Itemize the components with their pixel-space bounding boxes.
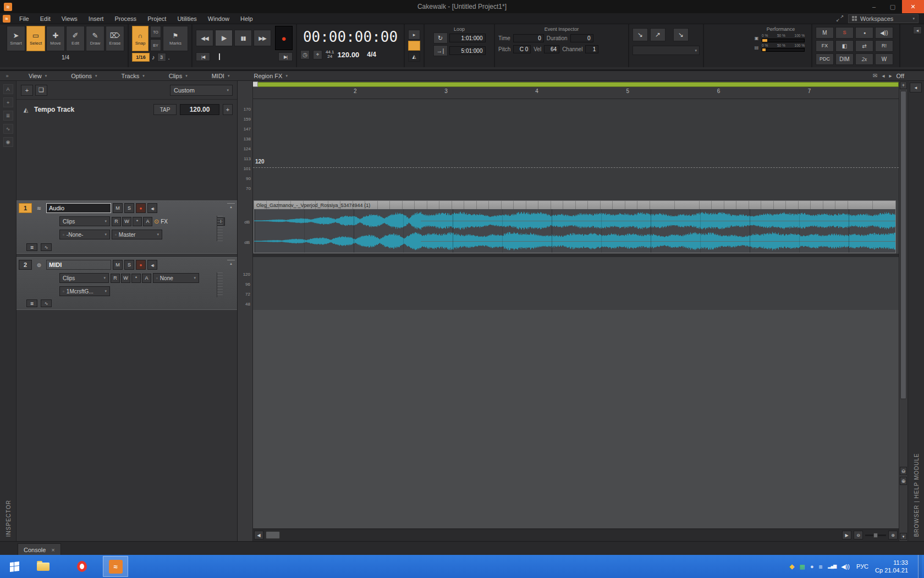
track-layers-button[interactable]: ≣ bbox=[26, 299, 37, 307]
show-desktop-button[interactable] bbox=[918, 555, 922, 578]
mix-button[interactable]: ● bbox=[855, 27, 873, 39]
snap-by-button[interactable]: BY bbox=[150, 39, 161, 51]
tap-tempo-button[interactable]: TAP bbox=[153, 104, 177, 115]
loop-toggle-icon[interactable]: ↻ bbox=[433, 32, 448, 43]
clips-pane[interactable]: 234567 120 Oleg_Gazmanov_-_Vperjod_Rossi… bbox=[253, 81, 899, 541]
go-to-start-button[interactable]: |◀ bbox=[196, 52, 210, 61]
menu-item[interactable]: Project bbox=[142, 13, 172, 24]
horizontal-scroll-thumb[interactable] bbox=[266, 531, 280, 539]
add-track-button[interactable]: + bbox=[21, 85, 33, 96]
event-vel-value[interactable]: 64 bbox=[544, 45, 559, 53]
view-menu-item[interactable]: Region FX ▾ bbox=[254, 73, 288, 79]
nudge-right-icon[interactable]: ▸ bbox=[889, 73, 892, 79]
toolbar-collapse-button[interactable]: ◂ bbox=[913, 26, 922, 34]
inspector-strip-icon[interactable]: ◉ bbox=[3, 137, 13, 147]
volume-fader[interactable] bbox=[217, 272, 223, 297]
off-toggle[interactable]: Off bbox=[897, 73, 904, 79]
fx-power-icon[interactable]: ⊙ bbox=[154, 218, 159, 225]
inspector-strip-icon[interactable]: ∿ bbox=[3, 124, 13, 134]
pause-button[interactable]: ▮▮ bbox=[234, 30, 252, 46]
tool-button[interactable]: ⌦ Erase bbox=[106, 26, 124, 51]
track-control-preset-dropdown[interactable]: Custom ▾ bbox=[170, 85, 233, 96]
taskbar-opera[interactable] bbox=[69, 556, 95, 577]
mix-button[interactable]: PDC bbox=[816, 53, 834, 65]
event-channel-value[interactable]: 1 bbox=[585, 45, 598, 53]
automation-button[interactable]: W bbox=[121, 274, 130, 283]
scroll-left-button[interactable]: ◀ bbox=[254, 531, 263, 539]
menu-item[interactable]: Insert bbox=[83, 13, 109, 24]
track-strip-midi[interactable]: 2 ⊚ MIDI M S ● ◀)) ▴ Clips ▾ RW*A bbox=[16, 257, 237, 310]
automation-button[interactable]: W bbox=[122, 217, 131, 226]
close-icon[interactable]: × bbox=[51, 547, 54, 553]
position-marker[interactable] bbox=[219, 53, 220, 60]
taskbar-cakewalk[interactable]: ≈ bbox=[103, 556, 128, 577]
time-ruler[interactable]: 234567 bbox=[253, 81, 899, 99]
mix-button[interactable]: FX bbox=[816, 40, 834, 52]
menu-item[interactable]: Help bbox=[235, 13, 258, 24]
vertical-zoom-in-button[interactable]: ⊕ bbox=[900, 477, 907, 485]
snap-dot[interactable]: . bbox=[168, 54, 170, 61]
snap-value[interactable]: 1/16 bbox=[132, 53, 150, 62]
mix-button[interactable]: ◧ bbox=[835, 40, 854, 52]
note-icon[interactable]: ♪ bbox=[152, 54, 155, 61]
punch-preset-dropdown[interactable]: ▾ bbox=[632, 46, 700, 55]
track-number[interactable]: 1 bbox=[19, 203, 32, 213]
mix-button[interactable]: W bbox=[875, 53, 893, 65]
view-menu-item[interactable]: Tracks ▾ bbox=[122, 73, 145, 79]
solo-button[interactable]: S bbox=[124, 203, 134, 213]
automation-button[interactable]: A bbox=[142, 274, 151, 283]
now-time-marker[interactable] bbox=[253, 81, 258, 87]
audio-clip[interactable]: Oleg_Gazmanov_-_Vperjod_Rossiya_53474944… bbox=[254, 200, 896, 253]
automation-button[interactable]: R bbox=[112, 217, 121, 226]
workspaces-dropdown[interactable]: Workspaces ▾ bbox=[848, 14, 919, 23]
snap-to-button[interactable]: TO bbox=[150, 26, 161, 38]
tempo-track-label[interactable]: Tempo Track bbox=[34, 106, 74, 113]
fullscreen-icon[interactable]: ↗ ↙ bbox=[836, 15, 844, 22]
tempo-display[interactable]: 120.00 bbox=[338, 51, 360, 59]
tray-icon[interactable]: ▂▄▆ bbox=[828, 564, 836, 569]
automation-lane-button[interactable]: ∿ bbox=[41, 243, 52, 251]
automation-button[interactable]: * bbox=[131, 274, 141, 283]
add-lane-button[interactable]: + bbox=[900, 81, 907, 89]
volume-fader[interactable] bbox=[217, 216, 223, 241]
event-duration-value[interactable]: 0 bbox=[570, 34, 593, 42]
track-name-field[interactable]: MIDI bbox=[46, 260, 111, 270]
mute-button[interactable]: M bbox=[113, 203, 123, 213]
loop-end-icon[interactable]: →| bbox=[433, 45, 448, 56]
midi-output-dropdown[interactable]: ▫ None ▾ bbox=[153, 273, 199, 283]
output-dropdown[interactable]: ▫ Master ▾ bbox=[112, 230, 162, 239]
menu-item[interactable]: Views bbox=[56, 13, 83, 24]
mix-button[interactable]: S bbox=[835, 27, 854, 39]
vertical-scrollbar[interactable]: + ⊖ ⊕ ▾ bbox=[899, 81, 908, 541]
snap-marks-button[interactable]: ⚑ Marks bbox=[163, 26, 188, 51]
zoom-slider-thumb[interactable] bbox=[873, 533, 878, 538]
menu-item[interactable]: Process bbox=[109, 13, 142, 24]
record-button[interactable]: ● bbox=[275, 26, 293, 50]
mix-button[interactable]: M bbox=[816, 27, 834, 39]
tool-button[interactable]: ✚ Move bbox=[46, 26, 65, 51]
snap-button[interactable]: ∩ Snap bbox=[132, 26, 148, 51]
fx-rack-label[interactable]: FX bbox=[161, 219, 168, 225]
automation-button[interactable]: A bbox=[143, 217, 152, 226]
track-strip-audio[interactable]: 1 ≋ Audio M S ● ◀)) ▴ Clips ▾ RW*A bbox=[16, 200, 237, 254]
punch-in-icon[interactable]: ↘ bbox=[632, 28, 648, 41]
crosshair-icon[interactable]: ⌖ bbox=[313, 50, 322, 59]
automation-button[interactable]: R bbox=[111, 274, 120, 283]
browser-collapse-button[interactable]: ◂ bbox=[910, 83, 922, 92]
collapse-menu-icon[interactable]: » bbox=[0, 73, 14, 79]
input-echo-button[interactable]: ◀)) bbox=[147, 203, 157, 213]
arm-record-button[interactable]: ● bbox=[136, 203, 146, 213]
close-button[interactable]: ✕ bbox=[902, 0, 924, 13]
automation-lane-button[interactable]: ∿ bbox=[41, 299, 52, 307]
audio-track-lane[interactable]: Oleg_Gazmanov_-_Vperjod_Rossiya_53474944… bbox=[253, 200, 899, 254]
loop-region-bar[interactable] bbox=[253, 82, 899, 87]
inspector-strip-icon[interactable]: ≣ bbox=[3, 111, 13, 121]
punch-out-icon[interactable]: ↗ bbox=[650, 28, 666, 41]
tool-button[interactable]: ➤ Smart bbox=[7, 26, 25, 51]
horizontal-scrollbar[interactable]: ◀ ▶ ⊖ ⊕ bbox=[253, 528, 899, 541]
track-number[interactable]: 2 bbox=[19, 260, 32, 270]
tool-division[interactable]: 1/4 bbox=[7, 51, 124, 63]
inspector-strip-icon[interactable]: ⌖ bbox=[3, 97, 13, 107]
edit-filter-dropdown[interactable]: Clips ▾ bbox=[59, 273, 109, 283]
inspector-strip-icon[interactable]: A bbox=[3, 84, 13, 94]
